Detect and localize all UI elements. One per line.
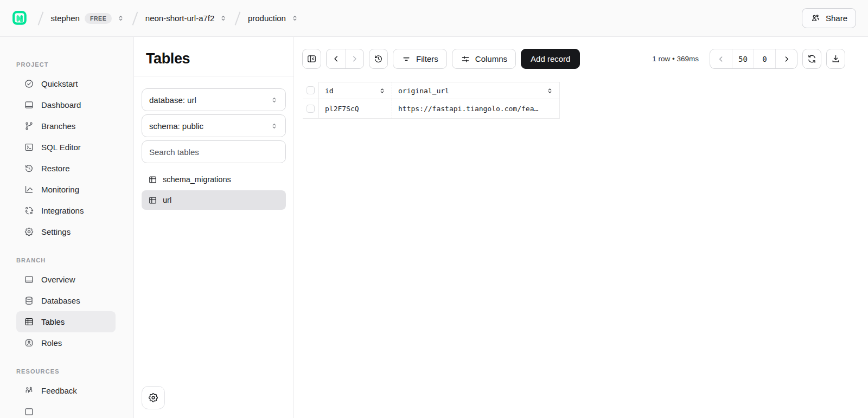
columns-button[interactable]: Columns	[452, 49, 516, 69]
page-title: Tables	[146, 50, 282, 67]
filters-label: Filters	[416, 54, 438, 63]
table-list-item-url[interactable]: url	[142, 190, 286, 210]
filters-button[interactable]: Filters	[393, 49, 447, 69]
breadcrumb-divider	[38, 11, 43, 25]
cell-original-url[interactable]: https://fastapi.tiangolo.com/fea…	[392, 99, 560, 119]
tables-panel: Tables database: url schema: public	[134, 37, 294, 418]
table-row[interactable]: pl2F7ScQ https://fastapi.tiangolo.com/fe…	[303, 99, 560, 119]
section-title: PROJECT	[16, 61, 133, 68]
table-icon	[24, 317, 34, 327]
chevron-updown-icon	[270, 96, 278, 104]
database-icon	[24, 295, 34, 306]
schema-select[interactable]: schema: public	[142, 114, 286, 137]
sidebar-section-branch: BRANCH Overview Databases Tables Roles	[16, 257, 133, 353]
breadcrumb-project[interactable]: neon-short-url-a7f2	[145, 14, 228, 23]
column-header-id[interactable]: id	[319, 82, 392, 99]
check-circle-icon	[24, 79, 34, 89]
table-name: url	[163, 196, 171, 204]
chevron-updown-icon[interactable]	[117, 14, 125, 22]
sidebar-item-label: SQL Editor	[41, 143, 81, 152]
sidebar-item-restore[interactable]: Restore	[16, 158, 116, 179]
row-checkbox[interactable]	[307, 105, 315, 113]
sidebar-item-dashboard[interactable]: Dashboard	[16, 94, 116, 115]
sidebar-item-label: Roles	[41, 338, 62, 348]
header-checkbox-cell	[303, 82, 319, 99]
sidebar-item-branches[interactable]: Branches	[16, 115, 116, 137]
page-prev-button[interactable]	[710, 49, 732, 68]
select-all-checkbox[interactable]	[307, 86, 315, 94]
query-history-button[interactable]	[369, 49, 388, 69]
refresh-button[interactable]	[802, 49, 821, 69]
page-offset-value[interactable]: 0	[754, 49, 775, 68]
breadcrumb-org[interactable]: stephen FREE	[51, 13, 125, 24]
pagination-control: 50 0	[710, 49, 797, 69]
add-record-button[interactable]: Add record	[521, 49, 580, 69]
panel-settings-button[interactable]	[142, 386, 165, 409]
sidebar-item-label: Monitoring	[41, 185, 79, 194]
sidebar-item-settings[interactable]: Settings	[16, 221, 116, 242]
sidebar-item-overview[interactable]: Overview	[16, 269, 116, 290]
column-label: original_url	[398, 87, 449, 95]
sidebar-item-tables[interactable]: Tables	[16, 311, 116, 332]
page-next-button[interactable]	[775, 49, 797, 68]
chart-line-icon	[24, 184, 34, 195]
sidebar-item-quickstart[interactable]: Quickstart	[16, 73, 116, 94]
search-tables-input[interactable]	[142, 140, 286, 163]
schema-select-value: schema: public	[149, 121, 203, 131]
collapse-panel-button[interactable]	[302, 49, 321, 69]
top-bar: stephen FREE neon-short-url-a7f2 product…	[0, 0, 868, 37]
breadcrumb-divider	[235, 11, 240, 25]
sidebar-item-sql-editor[interactable]: SQL Editor	[16, 137, 116, 158]
sidebar-item-databases[interactable]: Databases	[16, 290, 116, 311]
sort-updown-icon[interactable]	[546, 87, 553, 94]
sidebar-item-monitoring[interactable]: Monitoring	[16, 179, 116, 200]
gear-icon	[24, 227, 34, 237]
columns-label: Columns	[475, 54, 507, 63]
sidebar-item-feedback[interactable]: Feedback	[16, 380, 116, 401]
column-header-original-url[interactable]: original_url	[392, 82, 560, 99]
result-status: 1 row • 369ms	[652, 55, 699, 63]
chevron-updown-icon[interactable]	[291, 14, 299, 22]
sidebar-item-integrations[interactable]: Integrations	[16, 200, 116, 221]
chevron-right-icon	[782, 55, 791, 63]
window-icon	[24, 100, 34, 110]
neon-logo-icon[interactable]	[12, 10, 28, 27]
plan-badge: FREE	[85, 13, 112, 24]
table-list-item-schema-migrations[interactable]: schema_migrations	[142, 170, 286, 189]
download-icon	[831, 54, 841, 64]
table-mini-icon	[148, 175, 157, 184]
records-table: id original_url	[303, 82, 560, 119]
section-title: RESOURCES	[16, 368, 133, 375]
share-people-icon	[810, 13, 821, 23]
sort-updown-icon[interactable]	[379, 87, 386, 94]
breadcrumb-branch[interactable]: production	[248, 14, 299, 23]
panel-collapse-icon	[307, 54, 317, 64]
back-button[interactable]	[327, 49, 345, 68]
gear-icon	[148, 392, 159, 403]
sql-editor-icon	[24, 142, 34, 152]
main-content: Filters Columns Add record 1 row • 369ms	[294, 37, 868, 418]
neon-console: stephen FREE neon-short-url-a7f2 product…	[0, 0, 868, 418]
people-icon	[24, 385, 34, 396]
chevron-updown-icon[interactable]	[219, 14, 227, 22]
forward-button[interactable]	[345, 49, 363, 68]
cell-id[interactable]: pl2F7ScQ	[319, 99, 392, 119]
sidebar-item-label: Feedback	[41, 386, 77, 395]
history-icon	[24, 163, 34, 173]
page-size-value[interactable]: 50	[732, 49, 754, 68]
breadcrumb-divider	[132, 11, 138, 25]
chevron-right-icon	[350, 54, 359, 63]
section-title: BRANCH	[16, 257, 133, 263]
share-button[interactable]: Share	[802, 8, 856, 28]
download-button[interactable]	[826, 49, 845, 69]
sidebar-item-label: Overview	[41, 275, 75, 284]
sidebar-item-label: Integrations	[41, 206, 84, 215]
sidebar-item-label: Settings	[41, 227, 71, 236]
refresh-icon	[807, 54, 817, 64]
sidebar-item-roles[interactable]: Roles	[16, 332, 116, 353]
database-select[interactable]: database: url	[142, 88, 286, 111]
sidebar-item-partial[interactable]	[16, 401, 116, 418]
table-name: schema_migrations	[163, 175, 231, 184]
branch-name: production	[248, 14, 286, 23]
filter-icon	[401, 54, 411, 64]
